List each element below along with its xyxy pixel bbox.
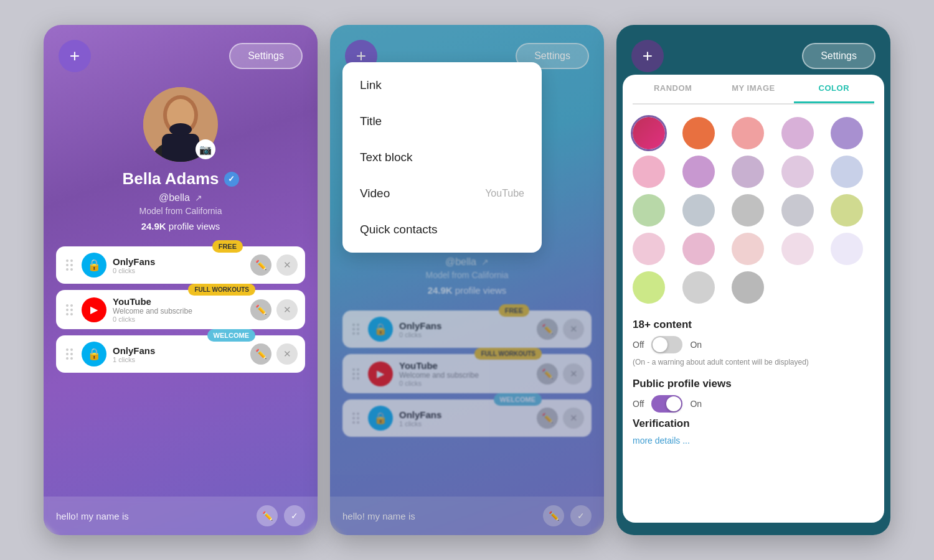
profile-name: Bella Adams ✓ [122, 169, 238, 189]
color-swatch-9[interactable] [831, 156, 863, 188]
color-swatch-19[interactable] [831, 233, 863, 265]
public-views-on-label: On [690, 399, 702, 409]
dropdown-item-title[interactable]: Title [342, 103, 542, 139]
panel-profile: + Settings 📷 Bella Adams ✓ @be [44, 25, 318, 535]
link-title: YouTube [113, 296, 244, 307]
color-swatch-5[interactable] [633, 156, 665, 188]
18plus-section: 18+ content Off On (On - a warning about… [633, 319, 874, 368]
more-details-link[interactable]: more details ... [633, 436, 690, 446]
verified-badge: ✓ [224, 172, 239, 187]
bottom-text: hello! my name is [56, 511, 129, 521]
settings-button-panel1[interactable]: Settings [229, 43, 303, 69]
profile-handle: @bella ↗ [159, 192, 202, 203]
link-item-youtube: FULL WORKOUTS ▶ YouTube Welcome and subs… [56, 290, 305, 329]
color-swatch-16[interactable] [682, 233, 715, 265]
delete-button[interactable]: ✕ [276, 254, 298, 276]
color-swatch-15[interactable] [633, 233, 665, 265]
public-views-toggle-row: Off On [633, 395, 874, 413]
svg-point-5 [169, 123, 192, 136]
badge-welcome: WELCOME [207, 329, 255, 342]
drag-handle[interactable] [64, 346, 75, 362]
color-swatch-1[interactable] [682, 117, 715, 149]
color-swatch-20[interactable] [633, 271, 665, 304]
18plus-label: 18+ content [633, 319, 874, 331]
public-views-label: Public profile views [633, 378, 874, 390]
18plus-toggle[interactable] [651, 336, 682, 353]
18plus-off-label: Off [633, 340, 644, 350]
18plus-toggle-row: Off On [633, 336, 874, 353]
link-title: OnlyFans [113, 256, 244, 267]
add-button-panel3[interactable]: + [631, 40, 664, 72]
badge-free: FREE [212, 240, 243, 253]
color-swatch-7[interactable] [732, 156, 764, 188]
delete-button[interactable]: ✕ [276, 343, 298, 365]
link-item-onlyfans2: WELCOME 🔒 OnlyFans 1 clicks ✏️ ✕ [56, 335, 305, 373]
link-title: OnlyFans [113, 345, 244, 356]
tab-color[interactable]: COLOR [794, 75, 874, 103]
public-views-section: Public profile views Off On [633, 378, 874, 413]
drag-handle[interactable] [64, 302, 75, 318]
color-swatch-3[interactable] [781, 117, 814, 149]
color-swatch-8[interactable] [781, 156, 814, 188]
bottom-bar-panel1: hello! my name is ✏️ ✓ [44, 497, 318, 535]
color-swatch-18[interactable] [781, 233, 814, 265]
color-swatch-2[interactable] [732, 117, 764, 149]
add-button-panel1[interactable]: + [59, 40, 91, 72]
color-swatch-11[interactable] [682, 194, 715, 226]
color-swatch-22[interactable] [732, 271, 764, 304]
public-views-off-label: Off [633, 399, 644, 409]
color-swatch-17[interactable] [732, 233, 764, 265]
verification-label: Verification [633, 418, 874, 430]
youtube-icon: ▶ [82, 297, 106, 322]
bottom-edit-icon[interactable]: ✏️ [257, 505, 278, 526]
color-swatch-13[interactable] [781, 194, 814, 226]
18plus-on-label: On [690, 340, 702, 350]
badge-full-workouts: FULL WORKOUTS [188, 284, 255, 296]
svg-rect-4 [162, 134, 199, 162]
toggle-knob [653, 337, 667, 352]
onlyfans-icon: 🔒 [82, 253, 106, 278]
settings-inner: RANDOM MY IMAGE COLOR [623, 75, 884, 523]
color-swatch-14[interactable] [831, 194, 863, 226]
dropdown-overlay: Link Title Text block Video YouTube Quic… [330, 25, 604, 535]
link-clicks: 0 clicks [113, 267, 244, 274]
link-item-onlyfans1: FREE 🔒 OnlyFans 0 clicks ✏️ ✕ [56, 246, 305, 284]
link-clicks: 1 clicks [113, 356, 244, 363]
color-grid [633, 117, 874, 304]
link-info: OnlyFans 0 clicks [113, 256, 244, 274]
link-info: OnlyFans 1 clicks [113, 345, 244, 363]
public-views-toggle[interactable] [651, 395, 682, 413]
color-swatch-10[interactable] [633, 194, 665, 226]
settings-button-panel3[interactable]: Settings [802, 43, 875, 69]
link-clicks: 0 clicks [113, 315, 244, 323]
dropdown-item-quickcontacts[interactable]: Quick contacts [342, 212, 542, 248]
bg-tabs: RANDOM MY IMAGE COLOR [633, 75, 874, 105]
drag-handle[interactable] [64, 257, 75, 273]
link-info: YouTube Welcome and subscribe 0 clicks [113, 296, 244, 323]
settings-scroll: RANDOM MY IMAGE COLOR [623, 75, 884, 523]
share-icon[interactable]: ↗ [195, 193, 202, 203]
color-swatch-6[interactable] [682, 156, 715, 188]
tab-random[interactable]: RANDOM [633, 75, 713, 103]
verification-section: Verification more details ... [633, 418, 874, 446]
edit-button[interactable]: ✏️ [250, 299, 271, 320]
profile-bio: Model from California [139, 206, 222, 216]
color-swatch-12[interactable] [732, 194, 764, 226]
tab-my-image[interactable]: MY IMAGE [713, 75, 793, 103]
link-subtitle: Welcome and subscribe [113, 307, 244, 315]
profile-views: 24.9K profile views [141, 221, 220, 231]
panel-dropdown: + Settings Link Title Text block Video Y… [330, 25, 604, 535]
camera-icon[interactable]: 📷 [196, 139, 215, 159]
color-swatch-21[interactable] [682, 271, 715, 304]
bottom-check-icon[interactable]: ✓ [284, 505, 305, 526]
dropdown-item-video[interactable]: Video YouTube [342, 175, 542, 212]
dropdown-item-link[interactable]: Link [342, 67, 542, 103]
color-swatch-4[interactable] [831, 117, 863, 149]
edit-button[interactable]: ✏️ [250, 343, 271, 365]
edit-button[interactable]: ✏️ [250, 254, 271, 276]
color-swatch-0[interactable] [633, 117, 665, 149]
panel-settings: + Settings RANDOM MY IMAGE COLOR [616, 25, 890, 535]
18plus-hint: (On - a warning about adult content will… [633, 357, 874, 368]
dropdown-item-textblock[interactable]: Text block [342, 139, 542, 175]
delete-button[interactable]: ✕ [276, 299, 298, 320]
